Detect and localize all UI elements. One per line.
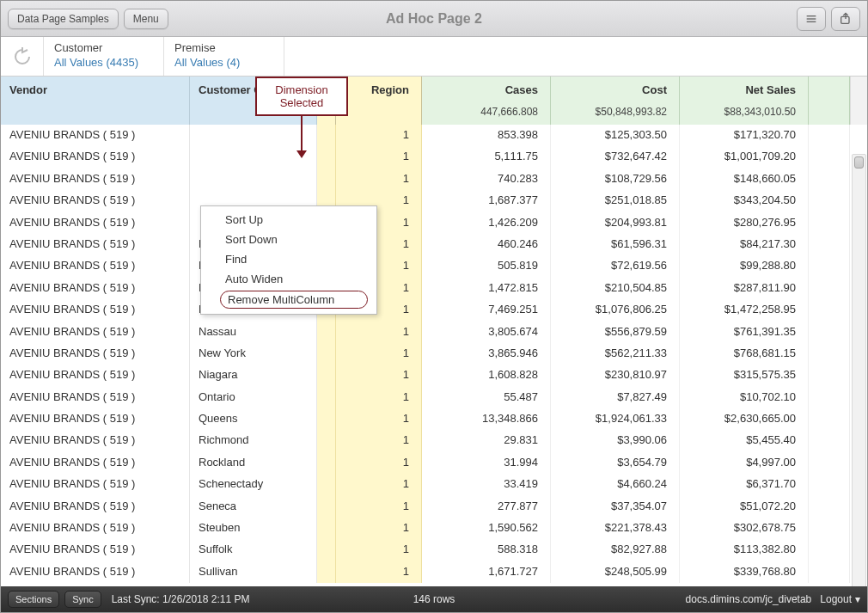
cell-region: 1 <box>336 496 422 518</box>
cell-county: Sullivan <box>190 561 317 583</box>
share-icon[interactable] <box>831 7 860 31</box>
table-row[interactable]: AVENIU BRANDS ( 519 )Sullivan11,671.727$… <box>1 561 867 583</box>
cell-spacer <box>809 190 850 211</box>
table-row[interactable]: AVENIU BRANDS ( 519 )Schenectady133.419$… <box>1 474 867 495</box>
col-header-net-sales[interactable]: Net Sales $88,343,010.50 <box>680 77 809 125</box>
col-header-cases[interactable]: Cases 447,666.808 <box>422 77 551 125</box>
annotation-line1: Dimension <box>257 83 346 96</box>
cell-cost: $1,076,806.25 <box>551 299 680 321</box>
col-header-vendor[interactable]: Vendor <box>1 77 190 125</box>
cell-cost: $125,303.50 <box>551 125 680 146</box>
cell-region-pad <box>317 430 336 451</box>
cell-county: Queens <box>190 408 317 430</box>
cell-vendor: AVENIU BRANDS ( 519 ) <box>1 365 190 386</box>
data-page-samples-button[interactable]: Data Page Samples <box>8 9 119 29</box>
cell-cases: 3,805.674 <box>422 322 551 343</box>
ctx-auto-widen[interactable]: Auto Widen <box>201 269 376 289</box>
sync-button[interactable]: Sync <box>64 591 101 608</box>
table-row[interactable]: AVENIU BRANDS ( 519 )Rockland131.994$3,6… <box>1 452 867 474</box>
cell-spacer <box>809 322 850 343</box>
cell-cost: $210,504.85 <box>551 278 680 299</box>
cell-vendor: AVENIU BRANDS ( 519 ) <box>1 234 190 255</box>
menu-button[interactable]: Menu <box>124 9 168 29</box>
cell-spacer <box>809 518 850 539</box>
cell-cases: 505.819 <box>422 255 551 277</box>
cell-county: Ontario <box>190 387 317 408</box>
ctx-sort-up[interactable]: Sort Up <box>201 210 376 230</box>
cell-cases: 5,111.75 <box>422 146 551 168</box>
sections-button[interactable]: Sections <box>8 591 59 608</box>
vertical-scrollbar[interactable] <box>852 154 866 588</box>
cell-region: 1 <box>336 518 422 539</box>
cell-spacer <box>809 496 850 518</box>
table-row[interactable]: AVENIU BRANDS ( 519 )Monroe17,469.251$1,… <box>1 299 867 321</box>
table-row[interactable]: AVENIU BRANDS ( 519 )Ontario155.487$7,82… <box>1 387 867 408</box>
cell-cases: 29.831 <box>422 430 551 451</box>
cell-cases: 1,608.828 <box>422 365 551 386</box>
cell-region-pad <box>317 539 336 561</box>
cell-vendor: AVENIU BRANDS ( 519 ) <box>1 125 190 146</box>
cell-region: 1 <box>336 387 422 408</box>
filter-premise[interactable]: Premise All Values (4) <box>164 37 284 76</box>
cell-net: $343,204.50 <box>680 190 809 211</box>
table-row[interactable]: AVENIU BRANDS ( 519 )Suffolk1588.318$82,… <box>1 539 867 561</box>
cell-cases: 853.398 <box>422 125 551 146</box>
ctx-sort-down[interactable]: Sort Down <box>201 230 376 249</box>
cell-vendor: AVENIU BRANDS ( 519 ) <box>1 322 190 343</box>
filter-customer[interactable]: Customer All Values (4435) <box>44 37 164 76</box>
ctx-remove-multicolumn[interactable]: Remove MultiColumn <box>220 291 368 309</box>
chevron-down-icon: ▾ <box>855 593 860 605</box>
cell-cases: 1,671.727 <box>422 561 551 583</box>
table-row[interactable]: AVENIU BRANDS ( 519 )11,687.377$251,018.… <box>1 190 867 211</box>
table-row[interactable]: AVENIU BRANDS ( 519 )1853.398$125,303.50… <box>1 125 867 146</box>
table-row[interactable]: AVENIU BRANDS ( 519 )Richmond129.831$3,9… <box>1 430 867 451</box>
table-row[interactable]: AVENIU BRANDS ( 519 )Kings1505.819$72,61… <box>1 255 867 277</box>
cell-cases: 55.487 <box>422 387 551 408</box>
cell-cost: $108,729.56 <box>551 169 680 190</box>
table-row[interactable]: AVENIU BRANDS ( 519 )Steuben11,590.562$2… <box>1 518 867 539</box>
refresh-icon[interactable] <box>1 37 44 76</box>
cell-net: $339,768.80 <box>680 561 809 583</box>
cell-net: $1,472,258.95 <box>680 299 809 321</box>
filter-premise-label: Premise <box>174 41 273 54</box>
cell-vendor: AVENIU BRANDS ( 519 ) <box>1 518 190 539</box>
table-row[interactable]: AVENIU BRANDS ( 519 )Niagara11,608.828$2… <box>1 365 867 386</box>
hamburger-icon[interactable] <box>797 7 826 31</box>
cell-spacer <box>809 539 850 561</box>
context-menu: Sort Up Sort Down Find Auto Widen Remove… <box>200 205 377 315</box>
cell-cases: 588.318 <box>422 539 551 561</box>
filter-customer-value[interactable]: All Values (4435) <box>54 56 153 69</box>
grid-header: Vendor Customer County « Region Cases 44… <box>1 77 867 125</box>
table-row[interactable]: AVENIU BRANDS ( 519 )Nassau13,805.674$55… <box>1 322 867 343</box>
scrollbar-thumb[interactable] <box>854 156 864 169</box>
table-row[interactable]: AVENIU BRANDS ( 519 )Livingston11,472.81… <box>1 278 867 299</box>
filter-premise-value[interactable]: All Values (4) <box>174 56 273 69</box>
table-row[interactable]: AVENIU BRANDS ( 519 )Franklin1460.246$61… <box>1 234 867 255</box>
cell-vendor: AVENIU BRANDS ( 519 ) <box>1 539 190 561</box>
table-row[interactable]: AVENIU BRANDS ( 519 )Queens113,348.866$1… <box>1 408 867 430</box>
cell-cost: $732,647.42 <box>551 146 680 168</box>
logout-label: Logout <box>820 593 852 605</box>
cell-spacer <box>809 365 850 386</box>
cell-net: $148,660.05 <box>680 169 809 190</box>
table-row[interactable]: AVENIU BRANDS ( 519 )15,111.75$732,647.4… <box>1 146 867 168</box>
cell-spacer <box>809 343 850 365</box>
cell-net: $51,072.20 <box>680 496 809 518</box>
cell-region: 1 <box>336 322 422 343</box>
grid-rows: AVENIU BRANDS ( 519 )1853.398$125,303.50… <box>1 125 867 588</box>
cell-region: 1 <box>336 125 422 146</box>
cell-county: Steuben <box>190 518 317 539</box>
cell-spacer <box>809 255 850 277</box>
cell-cases: 460.246 <box>422 234 551 255</box>
col-header-region[interactable]: Region <box>336 77 422 125</box>
cell-cost: $61,596.31 <box>551 234 680 255</box>
cell-net: $768,681.15 <box>680 343 809 365</box>
col-header-cost[interactable]: Cost $50,848,993.82 <box>551 77 680 125</box>
cell-cases: 31.994 <box>422 452 551 474</box>
table-row[interactable]: AVENIU BRANDS ( 519 )New York13,865.946$… <box>1 343 867 365</box>
logout-button[interactable]: Logout ▾ <box>820 593 860 605</box>
ctx-find[interactable]: Find <box>201 249 376 269</box>
table-row[interactable]: AVENIU BRANDS ( 519 )1740.283$108,729.56… <box>1 169 867 190</box>
table-row[interactable]: AVENIU BRANDS ( 519 )11,426.209$204,993.… <box>1 212 867 234</box>
table-row[interactable]: AVENIU BRANDS ( 519 )Seneca1277.877$37,3… <box>1 496 867 518</box>
